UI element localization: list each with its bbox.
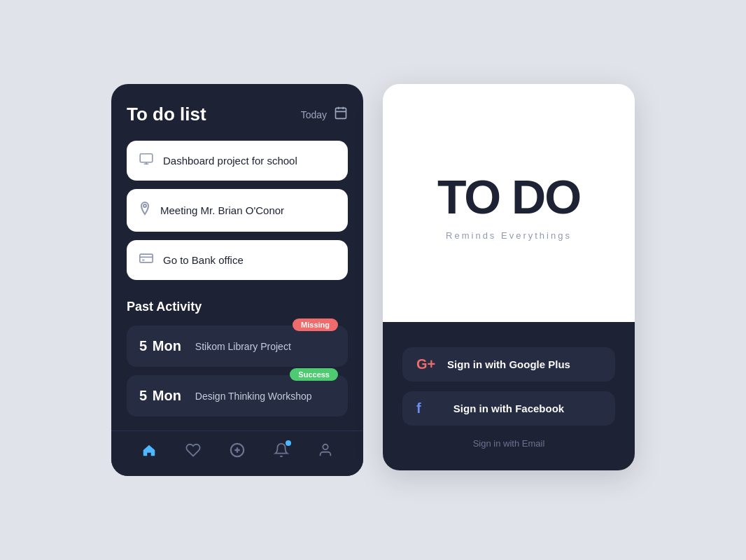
activity-item[interactable]: Missing 5 Mon Stikom Library Project <box>127 326 348 367</box>
todo-header: To do list Today <box>127 104 348 125</box>
location-icon <box>139 202 150 219</box>
activity-content: 5 Mon Stikom Library Project <box>139 338 335 354</box>
google-signin-button[interactable]: G+ Sign in with Google Plus <box>402 347 615 382</box>
past-activity-title: Past Activity <box>127 300 348 314</box>
nav-add-icon[interactable] <box>230 442 245 462</box>
todo-panel: To do list Today Dashboard project for s… <box>111 84 363 476</box>
todo-item-text: Dashboard project for school <box>163 155 297 167</box>
facebook-icon: f <box>416 400 421 416</box>
login-bottom-section: G+ Sign in with Google Plus f Sign in wi… <box>383 322 635 470</box>
svg-point-7 <box>143 204 146 207</box>
svg-rect-8 <box>140 254 153 262</box>
notification-dot <box>286 440 291 446</box>
activity-item[interactable]: Success 5 Mon Design Thinking Workshop <box>127 375 348 416</box>
calendar-icon[interactable] <box>334 106 348 123</box>
nav-notifications-icon[interactable] <box>274 442 289 462</box>
login-panel: TO DO Reminds Everythings G+ Sign in wit… <box>383 84 635 470</box>
activity-content: 5 Mon Design Thinking Workshop <box>139 388 335 404</box>
email-signin-label: Sign in with Email <box>473 438 545 449</box>
svg-point-14 <box>323 444 328 449</box>
todo-title: To do list <box>127 104 206 125</box>
card-icon <box>139 253 153 267</box>
header-right: Today <box>301 106 348 123</box>
activity-name: Stikom Library Project <box>195 341 291 352</box>
monitor-icon <box>139 153 153 168</box>
nav-home-icon[interactable] <box>141 442 157 462</box>
svg-rect-4 <box>140 154 153 162</box>
svg-rect-0 <box>336 108 346 118</box>
activity-items-list: Missing 5 Mon Stikom Library Project Suc… <box>127 326 348 416</box>
google-icon: G+ <box>416 356 435 372</box>
email-signin-link[interactable]: Sign in with Email <box>402 437 615 449</box>
past-activity-section: Past Activity Missing 5 Mon Stikom Libra… <box>127 300 348 416</box>
google-signin-label: Sign in with Google Plus <box>416 358 601 370</box>
facebook-signin-button[interactable]: f Sign in with Facebook <box>402 391 615 426</box>
todo-item[interactable]: Dashboard project for school <box>127 141 348 181</box>
activity-day: 5 Mon <box>139 338 184 354</box>
activity-day: 5 Mon <box>139 388 184 404</box>
facebook-signin-label: Sign in with Facebook <box>416 402 601 414</box>
activity-name: Design Thinking Workshop <box>195 391 312 402</box>
nav-profile-icon[interactable] <box>318 442 333 462</box>
today-label: Today <box>301 109 327 120</box>
brand-title: TO DO <box>437 173 580 220</box>
nav-favorites-icon[interactable] <box>185 442 201 462</box>
todo-item-text: Go to Bank office <box>163 254 244 266</box>
brand-tagline: Reminds Everythings <box>446 230 572 241</box>
missing-badge: Missing <box>293 318 338 331</box>
login-top-section: TO DO Reminds Everythings <box>383 84 635 322</box>
todo-items-list: Dashboard project for school Meeting Mr.… <box>127 141 348 280</box>
success-badge: Success <box>290 368 338 381</box>
todo-item[interactable]: Go to Bank office <box>127 240 348 280</box>
bottom-nav <box>111 430 363 476</box>
todo-item[interactable]: Meeting Mr. Brian O'Conor <box>127 189 348 232</box>
todo-item-text: Meeting Mr. Brian O'Conor <box>160 204 284 216</box>
